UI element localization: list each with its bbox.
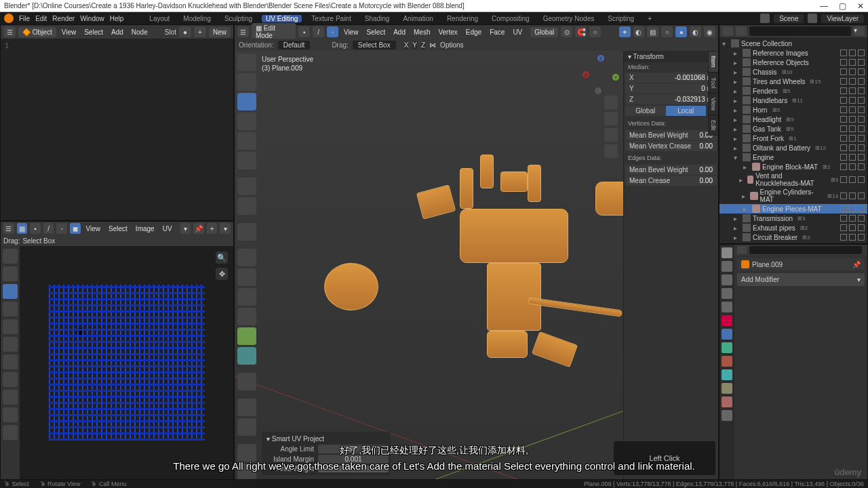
- menu-uv[interactable]: UV: [510, 28, 525, 36]
- new-image-icon[interactable]: +: [207, 223, 218, 234]
- visibility-toggle[interactable]: [849, 87, 856, 94]
- view-tab-icon[interactable]: [722, 274, 732, 285]
- render-toggle[interactable]: [858, 49, 865, 56]
- axis-z[interactable]: Z: [597, 55, 604, 62]
- physics-tab-icon[interactable]: [722, 356, 732, 367]
- render-toggle[interactable]: [858, 116, 865, 123]
- menu-file[interactable]: File: [19, 15, 30, 22]
- outliner-caret[interactable]: ▸: [734, 87, 741, 95]
- exclude-toggle[interactable]: [840, 97, 847, 104]
- outliner-row[interactable]: ▸Headlight ⊞5: [719, 115, 867, 124]
- vertex-crease-field[interactable]: Mean Vertex Crease0.00: [625, 141, 717, 151]
- visibility-toggle[interactable]: [849, 97, 856, 104]
- visibility-toggle[interactable]: [849, 215, 856, 222]
- outliner-caret[interactable]: ▸: [734, 49, 741, 57]
- orientation-dropdown[interactable]: Global: [530, 27, 558, 37]
- mirror-x-icon[interactable]: X: [404, 41, 409, 49]
- outliner-row[interactable]: ▾Engine: [719, 152, 867, 162]
- visibility-toggle[interactable]: [849, 78, 856, 85]
- outliner-row[interactable]: ▸Horn ⊞5: [719, 105, 867, 115]
- viewport-body[interactable]: User Perspective (3) Plane.009 X Y Z: [235, 51, 718, 479]
- outliner-row[interactable]: ▸Engine Pieces-MAT: [719, 204, 867, 214]
- workspace-tab[interactable]: Modeling: [179, 15, 215, 22]
- menu-view[interactable]: View: [83, 225, 104, 232]
- exclude-toggle[interactable]: [840, 224, 847, 231]
- outliner-caret[interactable]: ▸: [743, 163, 750, 171]
- uv-mode-icon[interactable]: ▦: [17, 223, 28, 234]
- render-toggle[interactable]: [858, 106, 865, 113]
- menu-add[interactable]: Add: [108, 28, 126, 36]
- outliner-caret[interactable]: ▸: [743, 205, 750, 213]
- outliner-row[interactable]: ▸Gas Tank ⊞5: [719, 124, 867, 134]
- gizmo-icon[interactable]: ✦: [619, 26, 631, 37]
- minimize-button[interactable]: —: [820, 1, 828, 11]
- outliner-caret[interactable]: ▸: [734, 234, 741, 241]
- visibility-toggle[interactable]: [849, 192, 856, 199]
- outliner-row[interactable]: ▸Transmission ⊞3: [719, 214, 867, 223]
- object-tab-icon[interactable]: [722, 315, 732, 326]
- menu-view[interactable]: View: [341, 28, 361, 36]
- tool-transform[interactable]: [3, 337, 18, 352]
- slot-add-icon[interactable]: +: [194, 26, 206, 37]
- tool-annotate[interactable]: [237, 178, 256, 195]
- render-toggle[interactable]: [858, 135, 865, 142]
- outliner-row[interactable]: ▸Exhaust pipes ⊞2: [719, 223, 867, 232]
- exclude-toggle[interactable]: [840, 176, 847, 183]
- orientation-dropdown[interactable]: Default: [278, 41, 311, 49]
- slot-browse-icon[interactable]: ●: [179, 26, 191, 37]
- constraint-tab-icon[interactable]: [722, 369, 732, 380]
- menu-uv[interactable]: UV: [160, 225, 175, 232]
- visibility-toggle[interactable]: [849, 205, 856, 212]
- tool-move[interactable]: [237, 93, 256, 110]
- render-toggle[interactable]: [858, 59, 865, 66]
- menu-add[interactable]: Add: [391, 28, 408, 36]
- visibility-toggle[interactable]: [849, 154, 856, 161]
- outliner-caret[interactable]: ▸: [734, 116, 741, 123]
- render-toggle[interactable]: [858, 224, 865, 231]
- close-button[interactable]: ✕: [857, 1, 864, 11]
- mesh-tab-icon[interactable]: [722, 383, 732, 394]
- uv-select-mode-icon[interactable]: /: [43, 223, 54, 234]
- median-x-field[interactable]: X-0.001068 m: [625, 73, 717, 83]
- render-toggle[interactable]: [858, 144, 865, 151]
- prop-edit-icon[interactable]: ○: [589, 26, 601, 37]
- render-toggle[interactable]: [858, 215, 865, 222]
- uv-select-mode-icon[interactable]: ▫: [56, 223, 67, 234]
- tool-smooth[interactable]: [237, 399, 256, 416]
- tool-pinch[interactable]: [3, 425, 18, 440]
- exclude-toggle[interactable]: [840, 68, 847, 75]
- tool-loopcut[interactable]: [237, 308, 256, 325]
- outliner-caret[interactable]: ▸: [734, 59, 741, 66]
- editor-type-icon[interactable]: [737, 246, 747, 254]
- tool-scale[interactable]: [237, 132, 256, 150]
- menu-select[interactable]: Select: [363, 28, 388, 36]
- exclude-toggle[interactable]: [840, 215, 847, 222]
- outliner-caret[interactable]: ▸: [734, 224, 741, 232]
- transform-header[interactable]: ▾ Transform: [624, 51, 718, 62]
- viewlayer-icon[interactable]: [808, 14, 817, 23]
- render-toggle[interactable]: [858, 78, 865, 85]
- mirror-y-icon[interactable]: Y: [412, 41, 417, 49]
- outliner-row[interactable]: ▸Circuit Breaker ⊞2: [719, 232, 867, 242]
- tool-annotate[interactable]: [3, 354, 18, 369]
- exclude-toggle[interactable]: [840, 234, 847, 241]
- outliner-row[interactable]: ▸Tires and Wheels ⊞15: [719, 77, 867, 86]
- outliner-caret[interactable]: ▸: [734, 78, 741, 85]
- zoom-icon[interactable]: [604, 96, 618, 109]
- visibility-toggle[interactable]: [849, 106, 856, 113]
- tool-edge-slide[interactable]: [237, 418, 256, 436]
- exclude-toggle[interactable]: [840, 135, 847, 142]
- visibility-toggle[interactable]: [849, 234, 856, 241]
- outliner-caret[interactable]: ▸: [739, 176, 745, 184]
- edge-bevel-field[interactable]: Mean Bevel Weight0.00: [625, 165, 717, 175]
- navigation-gizmo[interactable]: X Y Z: [583, 58, 616, 92]
- display-mode-icon[interactable]: [736, 26, 747, 36]
- workspace-tab[interactable]: Animation: [399, 15, 437, 22]
- menu-view[interactable]: View: [59, 28, 79, 36]
- mirror-z-icon[interactable]: Z: [421, 41, 425, 49]
- menu-render[interactable]: Render: [52, 15, 75, 22]
- exclude-toggle[interactable]: [840, 116, 847, 123]
- n-panel-tab-item[interactable]: Item: [708, 51, 718, 73]
- automerge-icon[interactable]: ⋈: [429, 41, 436, 49]
- filter-icon[interactable]: ▾: [854, 26, 865, 36]
